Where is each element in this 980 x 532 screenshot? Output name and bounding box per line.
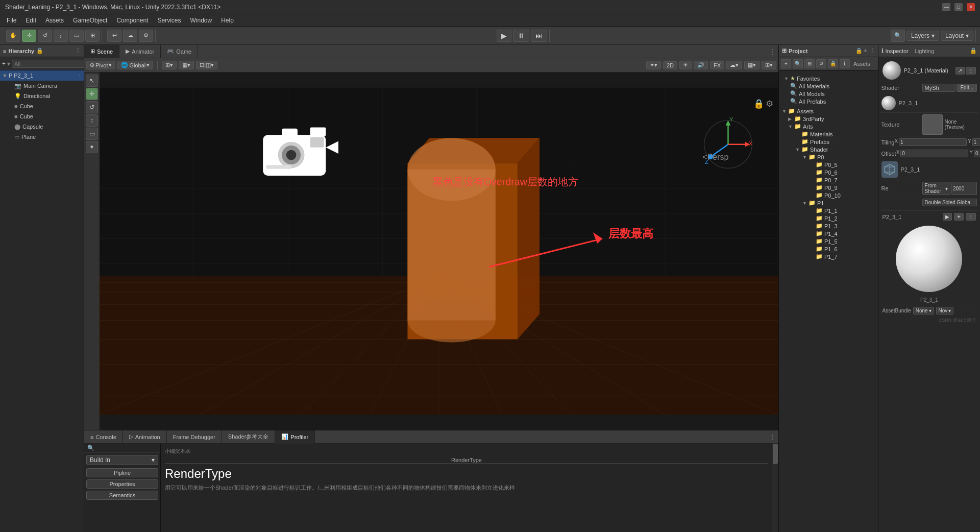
tab-animator[interactable]: ▶ Animator bbox=[119, 45, 161, 58]
rotate-scene-tool[interactable]: ↺ bbox=[86, 101, 98, 113]
menu-window[interactable]: Window bbox=[186, 16, 216, 25]
project-add-btn[interactable]: + bbox=[781, 59, 791, 68]
project-filter-btn[interactable]: ⊞ bbox=[804, 59, 815, 68]
inspector-lock-icon[interactable]: 🔒 bbox=[970, 47, 977, 54]
scale-tool[interactable]: ↕ bbox=[54, 30, 68, 42]
preview-play-btn[interactable]: ▶ bbox=[943, 213, 952, 221]
semantics-btn[interactable]: Semantics bbox=[86, 491, 158, 500]
folder-p0-6[interactable]: 📁 P0_6 bbox=[781, 168, 876, 176]
menu-component[interactable]: Component bbox=[112, 16, 152, 25]
shader-value[interactable]: MySh bbox=[922, 84, 956, 92]
from-shader-dropdown[interactable]: From Shader ▾ bbox=[922, 182, 951, 195]
asset-bundle-nov-dropdown[interactable]: Nov ▾ bbox=[936, 307, 954, 315]
folder-p0-10[interactable]: 📁 P0_10 bbox=[781, 191, 876, 199]
favorites-header[interactable]: ▼ ★ Favorites bbox=[783, 75, 874, 82]
redo-btn[interactable]: ☁ bbox=[123, 30, 137, 42]
hierarchy-menu[interactable]: ⋮ bbox=[75, 47, 81, 54]
folder-materials[interactable]: 📁 Materials bbox=[781, 130, 876, 138]
project-reload-btn[interactable]: ↺ bbox=[816, 59, 826, 68]
hierarchy-item-p2-3-1[interactable]: ▼ P P2_3_1 ⋮ bbox=[0, 70, 84, 81]
folder-3rdparty[interactable]: ▶ 📁 3rdParty bbox=[781, 115, 876, 123]
scale-scene-tool[interactable]: ↕ bbox=[86, 114, 98, 127]
step-button[interactable]: ⏭ bbox=[531, 30, 547, 42]
folder-p1[interactable]: ▼ 📁 P1 bbox=[781, 199, 876, 207]
view-btn[interactable]: ▦▾ bbox=[179, 61, 194, 69]
hand-tool[interactable]: ✋ bbox=[6, 30, 20, 42]
p2-3-1-menu[interactable]: ⋮ bbox=[77, 73, 82, 79]
project-search-btn[interactable]: 🔍 bbox=[793, 59, 803, 68]
scene-tabs-menu[interactable]: ⋮ bbox=[766, 48, 778, 55]
offset-y-input[interactable] bbox=[974, 150, 980, 157]
move-tool[interactable]: ✛ bbox=[22, 30, 36, 42]
properties-btn[interactable]: Properties bbox=[86, 479, 158, 489]
menu-help[interactable]: Help bbox=[217, 16, 238, 25]
scroll-thumb[interactable] bbox=[773, 444, 778, 464]
offset-x-input[interactable] bbox=[900, 150, 968, 157]
move-scene-tool[interactable]: ✛ bbox=[86, 88, 98, 100]
layout-dropdown[interactable]: Layout ▾ bbox=[941, 31, 973, 41]
tiling-y-input[interactable] bbox=[972, 138, 980, 146]
folder-p1-1[interactable]: 📁 P1_1 bbox=[781, 207, 876, 214]
grid-btn[interactable]: ⊞▾ bbox=[162, 61, 177, 69]
custom-scene-tool[interactable]: ✦ bbox=[86, 141, 98, 153]
inspector-options-btn[interactable]: ⋮ bbox=[966, 67, 976, 75]
folder-p1-8[interactable]: 📁 P1_8 bbox=[781, 260, 876, 261]
settings-btn[interactable]: ⚙ bbox=[139, 30, 153, 42]
bottom-tabs-menu[interactable]: ⋮ bbox=[766, 433, 778, 441]
folder-p1-5[interactable]: 📁 P1_5 bbox=[781, 237, 876, 245]
play-button[interactable]: ▶ bbox=[497, 30, 511, 42]
asset-bundle-none-dropdown[interactable]: None ▾ bbox=[913, 307, 934, 315]
folder-p0-7[interactable]: 📁 P0_7 bbox=[781, 176, 876, 184]
close-button[interactable]: ✕ bbox=[967, 3, 975, 11]
hierarchy-item-capsule[interactable]: ⬤ Capsule bbox=[0, 122, 84, 132]
add-hierarchy-btn[interactable]: + bbox=[2, 60, 6, 67]
tab-frame-debugger[interactable]: Frame Debugger bbox=[167, 430, 222, 444]
effects-btn[interactable]: ✦▾ bbox=[646, 61, 661, 69]
global-btn[interactable]: 🌐 Global ▾ bbox=[117, 61, 153, 69]
pipline-btn[interactable]: Pipline bbox=[86, 468, 158, 477]
tab-scene[interactable]: ⊞ Scene bbox=[84, 45, 119, 58]
light-btn[interactable]: ☀ bbox=[679, 61, 692, 69]
fav-all-prefabs[interactable]: 🔍 All Prefabs bbox=[783, 98, 874, 105]
folder-p1-6[interactable]: 📁 P1_6 bbox=[781, 245, 876, 253]
snap-btn[interactable]: ⊡|◫▾ bbox=[196, 61, 217, 69]
transform-tool[interactable]: ⊞ bbox=[85, 30, 100, 42]
tab-console[interactable]: ≡ Console bbox=[84, 430, 123, 444]
folder-p1-4[interactable]: 📁 P1_4 bbox=[781, 230, 876, 237]
preview-options-btn[interactable]: ⋮ bbox=[966, 213, 976, 221]
folder-p0-9[interactable]: 📁 P0_9 bbox=[781, 184, 876, 191]
rotate-tool[interactable]: ↺ bbox=[38, 30, 52, 42]
extra-btn[interactable]: ⊞▾ bbox=[762, 61, 776, 69]
lighting-link[interactable]: Lighting bbox=[915, 48, 935, 54]
assets-root[interactable]: ▼ 📁 Assets bbox=[781, 107, 876, 115]
overdraw-btn[interactable]: ▦▾ bbox=[744, 61, 760, 69]
inspector-open-btn[interactable]: ↗ bbox=[955, 67, 965, 75]
project-add-icon[interactable]: + bbox=[864, 47, 867, 54]
folder-p1-2[interactable]: 📁 P1_2 bbox=[781, 214, 876, 222]
edit-shader-btn[interactable]: Edit... bbox=[957, 84, 977, 92]
pause-button[interactable]: ⏸ bbox=[513, 30, 529, 42]
minimize-button[interactable]: — bbox=[942, 3, 950, 11]
2d-btn[interactable]: 2D bbox=[663, 61, 677, 69]
folder-p1-7[interactable]: 📁 P1_7 bbox=[781, 253, 876, 260]
folder-p1-3[interactable]: 📁 P1_3 bbox=[781, 222, 876, 230]
project-menu[interactable]: ⋮ bbox=[869, 47, 875, 54]
folder-p0[interactable]: ▼ 📁 P0 bbox=[781, 153, 876, 161]
scene-gizmos-btn[interactable]: ☁▾ bbox=[726, 61, 742, 69]
pivot-btn[interactable]: ⊕ Pivot ▾ bbox=[86, 61, 115, 69]
build-dropdown[interactable]: Build In ▾ bbox=[86, 455, 158, 465]
folder-p0-5[interactable]: 📁 P0_5 bbox=[781, 161, 876, 168]
bottom-scrollbar[interactable] bbox=[772, 444, 778, 532]
maximize-button[interactable]: □ bbox=[954, 3, 963, 11]
fx-btn[interactable]: FX bbox=[710, 61, 724, 69]
hierarchy-item-plane[interactable]: ▭ Plane bbox=[0, 132, 84, 142]
menu-gameobject[interactable]: GameObject bbox=[69, 16, 111, 25]
layers-dropdown[interactable]: Layers ▾ bbox=[906, 31, 939, 41]
undo-btn[interactable]: ↩ bbox=[107, 30, 121, 42]
value-2000-input[interactable] bbox=[951, 182, 977, 195]
tab-shader-ref[interactable]: Shader参考大全 bbox=[222, 430, 275, 444]
menu-services[interactable]: Services bbox=[153, 16, 185, 25]
project-lock-btn[interactable]: 🔒 bbox=[828, 59, 838, 68]
rect-scene-tool[interactable]: ▭ bbox=[86, 128, 98, 140]
hierarchy-item-main-camera[interactable]: 📷 Main Camera bbox=[0, 81, 84, 91]
